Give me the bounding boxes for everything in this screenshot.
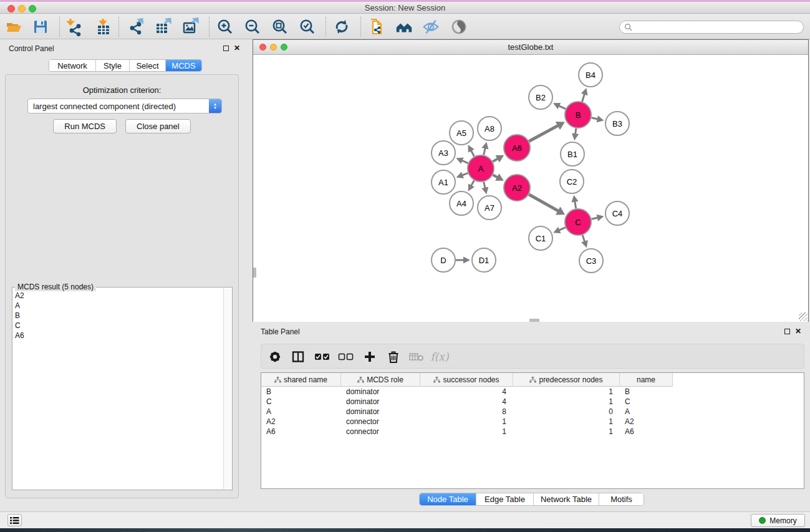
graph-node-label-B4: B4 (586, 70, 595, 80)
window-resize-grip[interactable] (799, 312, 808, 321)
cell-predecessor-nodes: 0 (513, 407, 620, 417)
zoom-in-icon[interactable] (216, 17, 234, 36)
graph-node-label-B1: B1 (567, 150, 577, 159)
table-row[interactable]: A6connector11A6 (261, 427, 804, 437)
tab-network-table[interactable]: Network Table (534, 493, 599, 505)
function-builder-icon[interactable]: f(x) (431, 348, 448, 365)
graph-edge-arrowhead (481, 142, 488, 149)
select-all-icon[interactable] (314, 348, 331, 365)
float-panel-icon[interactable] (223, 46, 229, 51)
import-network-icon[interactable] (65, 17, 84, 36)
table-row[interactable]: Bdominator41B (261, 387, 804, 397)
open-session-icon[interactable] (4, 17, 23, 36)
zoom-fit-icon[interactable] (271, 17, 289, 36)
tab-motifs[interactable]: Motifs (599, 493, 644, 505)
status-bar: Memory (0, 511, 810, 528)
unselect-all-icon[interactable] (337, 348, 355, 365)
close-panel-button[interactable]: Close panel (125, 119, 191, 133)
graph-node-label-A4: A4 (456, 199, 466, 208)
graph-node-label-C2: C2 (567, 177, 577, 186)
save-session-icon[interactable] (31, 17, 50, 36)
tab-edge-table[interactable]: Edge Table (476, 493, 534, 505)
tab-node-table[interactable]: Node Table (420, 493, 476, 505)
table-settings-icon[interactable] (266, 348, 284, 365)
toolbar-separator (360, 17, 361, 37)
delete-table-icon[interactable] (408, 348, 425, 365)
mcds-result-item[interactable]: B (15, 311, 24, 321)
zoom-out-icon[interactable] (243, 17, 262, 36)
first-neighbors-icon[interactable] (395, 17, 413, 36)
criterion-dropdown[interactable]: largest connected component (directed) ▲… (27, 99, 222, 114)
network-view-window: testGlobe.txt AA6A2BCA1A3A4A5A7A8B1B2B3B… (253, 39, 809, 322)
graph-node-label-A8: A8 (485, 124, 494, 133)
main-toolbar (0, 14, 810, 39)
graph-node-label-A6: A6 (512, 143, 522, 153)
table-row[interactable]: A2connector11A2 (261, 417, 804, 427)
mcds-result-item[interactable]: A (15, 301, 24, 311)
canvas-scroll-mark-left[interactable] (253, 268, 256, 278)
tab-network[interactable]: Network (49, 60, 96, 71)
graph-edge-A6-B[interactable] (529, 125, 559, 142)
run-mcds-button[interactable]: Run MCDS (53, 119, 117, 133)
app-window: Session: New Session (0, 0, 810, 532)
mcds-result-item[interactable]: A6 (15, 331, 24, 341)
search-input[interactable] (635, 22, 803, 32)
task-history-button[interactable] (7, 514, 22, 526)
tab-select[interactable]: Select (130, 60, 166, 71)
show-all-icon[interactable] (450, 17, 468, 36)
graph-edge-B-B4[interactable] (582, 94, 585, 102)
apply-layout-icon[interactable] (332, 17, 351, 36)
float-table-panel-icon[interactable] (784, 329, 790, 334)
tab-mcds[interactable]: MCDS (166, 60, 201, 71)
graph-node-label-B: B (576, 110, 581, 120)
cell-successor-nodes: 1 (420, 417, 513, 427)
dropdown-stepper-icon: ▲▼ (209, 99, 221, 113)
table-row[interactable]: Adominator80A (261, 407, 804, 417)
graph-edge-arrowhead (463, 256, 470, 263)
search-box[interactable] (619, 21, 804, 34)
export-image-icon[interactable] (181, 17, 200, 36)
cell-name: C (620, 397, 673, 407)
search-icon (624, 23, 632, 31)
cell-name: A (620, 407, 673, 417)
mcds-result-item[interactable]: A2 (15, 291, 24, 301)
show-column-icon[interactable] (289, 348, 307, 365)
table-row[interactable]: Cdominator41C (261, 397, 804, 407)
canvas-scroll-mark-bottom[interactable] (529, 319, 539, 322)
new-network-icon[interactable] (368, 17, 387, 36)
graph-node-label-C3: C3 (586, 256, 597, 266)
table-panel-window-buttons: ✕ (784, 329, 801, 334)
network-canvas[interactable]: AA6A2BCA1A3A4A5A7A8B1B2B3B4C1C2C3C4DD1 (253, 56, 808, 322)
export-table-icon[interactable] (154, 17, 173, 36)
cell-name: A6 (620, 427, 673, 437)
column-header-mcds-role[interactable]: MCDS role (341, 373, 420, 387)
mcds-scrollbar[interactable] (223, 288, 231, 489)
graph-edge-arrowhead (581, 240, 588, 248)
zoom-selected-icon[interactable] (298, 17, 317, 36)
graph-edge-arrowhead (581, 88, 588, 95)
table-panel-tabs: Node TableEdge TableNetwork TableMotifs (419, 493, 644, 506)
close-panel-icon[interactable]: ✕ (234, 46, 240, 51)
add-column-icon[interactable] (361, 348, 378, 365)
desktop-edge (0, 528, 810, 532)
memory-button[interactable]: Memory (751, 514, 805, 527)
criterion-value: largest connected component (directed) (28, 102, 209, 111)
toolbar-separator (59, 17, 60, 37)
hide-selected-icon[interactable] (422, 17, 440, 36)
cell-predecessor-nodes: 1 (513, 387, 620, 397)
delete-column-icon[interactable] (385, 348, 402, 365)
import-table-icon[interactable] (95, 17, 113, 36)
graph-edge-A2-C[interactable] (529, 195, 559, 211)
cell-shared-name: A2 (261, 417, 341, 427)
export-network-icon[interactable] (127, 17, 146, 36)
column-header-name[interactable]: name (620, 373, 673, 387)
column-header-successor-nodes[interactable]: successor nodes (420, 373, 513, 387)
column-header-shared-name[interactable]: shared name (261, 373, 341, 387)
mcds-result-item[interactable]: C (15, 321, 24, 331)
graph-node-label-D: D (440, 256, 446, 265)
close-table-panel-icon[interactable]: ✕ (795, 329, 801, 334)
session-title: Session: New Session (0, 3, 810, 12)
graph-node-label-A1: A1 (438, 178, 448, 187)
tab-style[interactable]: Style (96, 60, 130, 71)
column-header-predecessor-nodes[interactable]: predecessor nodes (513, 373, 620, 387)
